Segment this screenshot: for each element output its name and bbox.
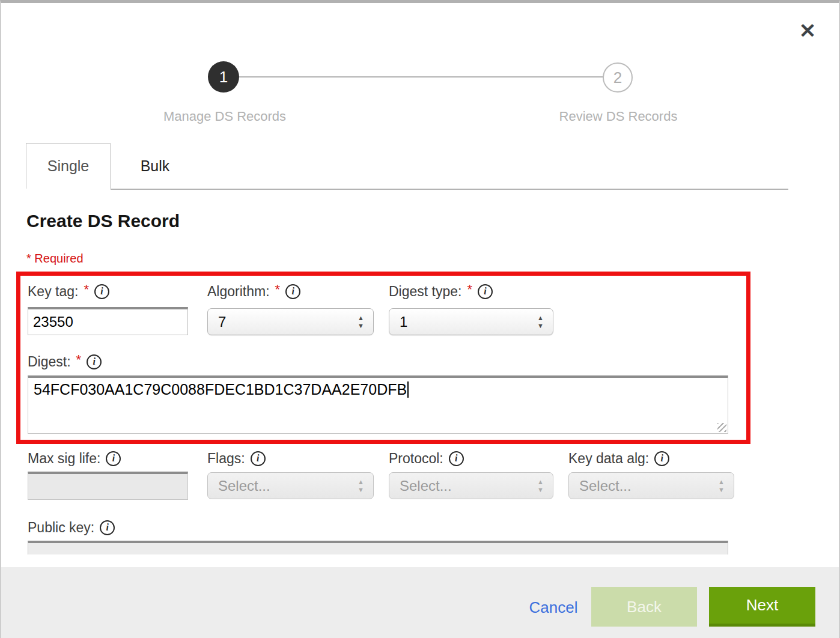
info-icon-glyph: i (291, 287, 294, 296)
step-1-circle: 1 (208, 61, 239, 93)
step-2-label: Review DS Records (522, 109, 714, 124)
digest-info-icon[interactable]: i (87, 354, 102, 369)
arrow-down-icon: ▼ (358, 487, 364, 493)
protocol-select-value: Select... (400, 478, 452, 494)
required-asterisk: * (76, 352, 82, 368)
select-arrows-icon: ▲ ▼ (358, 315, 364, 329)
stepper-connector-line (239, 76, 603, 77)
page-title: Create DS Record (26, 211, 180, 231)
protocol-select[interactable]: Select... ▲ ▼ (389, 472, 553, 499)
info-icon-glyph: i (661, 454, 663, 463)
arrow-up-icon: ▲ (358, 479, 364, 485)
algorithm-label: Algorithm: * i (207, 282, 300, 300)
key-data-alg-label-text: Key data alg: (568, 451, 649, 467)
max-sig-life-input[interactable] (28, 472, 188, 500)
select-arrows-icon: ▲ ▼ (537, 479, 544, 493)
required-asterisk: * (84, 282, 89, 297)
digest-label: Digest: * i (28, 353, 102, 371)
select-arrows-icon: ▲ ▼ (718, 479, 725, 493)
protocol-label-text: Protocol: (389, 451, 443, 467)
key-tag-label-text: Key tag: (28, 284, 78, 300)
arrow-down-icon: ▼ (358, 323, 364, 329)
algorithm-select-value: 7 (218, 314, 226, 330)
key-tag-info-icon[interactable]: i (94, 284, 109, 299)
key-data-alg-select[interactable]: Select... ▲ ▼ (568, 472, 734, 499)
resize-handle-icon[interactable] (717, 423, 726, 432)
arrow-down-icon: ▼ (537, 487, 544, 493)
arrow-down-icon: ▼ (537, 323, 544, 329)
step-2-circle: 2 (603, 62, 633, 93)
arrow-up-icon: ▲ (537, 315, 544, 321)
required-asterisk: * (467, 282, 472, 297)
arrow-up-icon: ▲ (537, 479, 544, 485)
info-icon-glyph: i (93, 357, 95, 366)
flags-label: Flags: i (207, 449, 266, 467)
required-asterisk: * (275, 282, 281, 297)
protocol-info-icon[interactable]: i (449, 451, 464, 466)
next-button[interactable]: Next (709, 587, 815, 627)
digest-label-text: Digest: (28, 354, 71, 370)
select-arrows-icon: ▲ ▼ (537, 315, 544, 329)
flags-select[interactable]: Select... ▲ ▼ (207, 472, 374, 499)
protocol-label: Protocol: i (389, 449, 464, 467)
public-key-label: Public key: i (28, 518, 115, 536)
step-1-label: Manage DS Records (129, 109, 321, 124)
arrow-up-icon: ▲ (718, 479, 725, 485)
tab-single[interactable]: Single (26, 143, 111, 189)
cancel-button[interactable]: Cancel (514, 598, 592, 617)
key-tag-input[interactable] (28, 307, 188, 335)
tab-bulk[interactable]: Bulk (111, 143, 199, 189)
algorithm-select[interactable]: 7 ▲ ▼ (207, 308, 374, 335)
flags-select-value: Select... (218, 478, 270, 494)
public-key-label-text: Public key: (28, 520, 94, 536)
tabs-underline (111, 189, 788, 190)
digest-type-label-text: Digest type: (389, 284, 461, 300)
public-key-info-icon[interactable]: i (100, 520, 115, 535)
info-icon-glyph: i (257, 454, 259, 463)
digest-type-info-icon[interactable]: i (478, 284, 493, 299)
algorithm-info-icon[interactable]: i (285, 284, 300, 299)
max-sig-life-info-icon[interactable]: i (106, 451, 121, 466)
arrow-up-icon: ▲ (358, 315, 364, 321)
create-ds-record-modal: ✕ 1 2 Manage DS Records Review DS Record… (0, 0, 840, 638)
info-icon-glyph: i (112, 454, 115, 463)
public-key-textarea[interactable] (28, 541, 728, 554)
required-note: * Required (26, 252, 84, 266)
max-sig-life-label-text: Max sig life: (28, 451, 100, 467)
key-data-alg-label: Key data alg: i (568, 449, 669, 467)
digest-type-label: Digest type: * i (389, 282, 493, 300)
key-data-alg-info-icon[interactable]: i (654, 451, 669, 466)
footer: Cancel Back Next (1, 567, 839, 638)
max-sig-life-label: Max sig life: i (28, 449, 121, 467)
info-icon-glyph: i (100, 287, 103, 296)
select-arrows-icon: ▲ ▼ (358, 479, 364, 493)
flags-info-icon[interactable]: i (251, 451, 266, 466)
close-icon[interactable]: ✕ (794, 17, 821, 44)
digest-type-select-value: 1 (400, 314, 407, 330)
flags-label-text: Flags: (207, 451, 245, 467)
digest-textarea[interactable]: 54FCF030AA1C79C0088FDEC1BD1C37DAA2E70DFB (28, 375, 728, 434)
digest-value: 54FCF030AA1C79C0088FDEC1BD1C37DAA2E70DFB (34, 381, 407, 398)
key-data-alg-select-value: Select... (579, 478, 632, 494)
text-cursor (407, 381, 409, 398)
info-icon-glyph: i (106, 523, 108, 532)
digest-type-select[interactable]: 1 ▲ ▼ (389, 308, 553, 335)
algorithm-label-text: Algorithm: (207, 284, 270, 300)
arrow-down-icon: ▼ (718, 487, 725, 493)
key-tag-label: Key tag: * i (28, 282, 109, 300)
info-icon-glyph: i (455, 454, 457, 463)
back-button[interactable]: Back (591, 587, 697, 627)
info-icon-glyph: i (484, 287, 486, 296)
